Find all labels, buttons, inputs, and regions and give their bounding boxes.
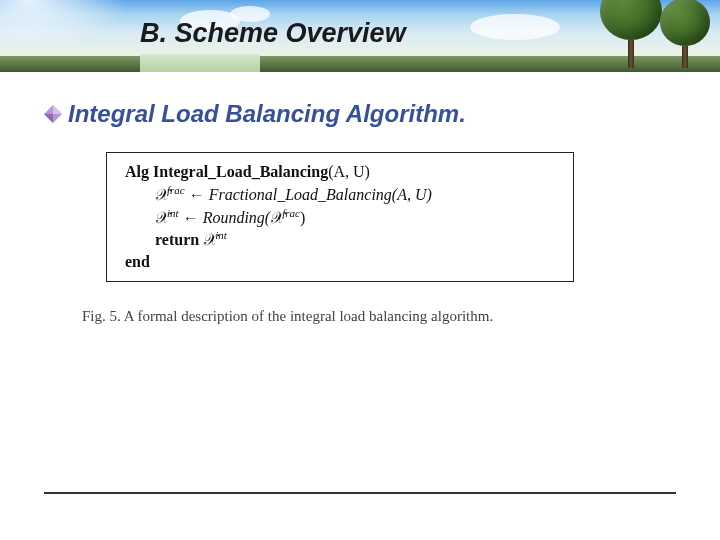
algo-call-close: ): [300, 209, 305, 226]
algo-header-args: (A, U): [328, 163, 370, 180]
algo-superscript: frac: [282, 207, 300, 219]
algo-var: 𝒳: [155, 186, 167, 203]
algo-call-fn: Rounding(: [203, 209, 271, 226]
algo-header-name: Alg Integral_Load_Balancing: [125, 163, 328, 180]
grass-decoration: [0, 56, 140, 72]
algo-arrow: ←: [179, 209, 203, 226]
algo-superscript: int: [167, 207, 179, 219]
algo-line: Alg Integral_Load_Balancing(A, U): [115, 161, 565, 183]
algo-call: Fractional_Load_Balancing(A, U): [209, 186, 432, 203]
tree-decoration: [660, 0, 710, 68]
banner-path: [140, 54, 260, 72]
algorithm-box: Alg Integral_Load_Balancing(A, U) 𝒳frac …: [106, 152, 574, 282]
algo-return-kw: return: [155, 232, 203, 249]
svg-marker-1: [53, 105, 62, 114]
algo-superscript: frac: [167, 184, 185, 196]
subheading-row: Integral Load Balancing Algorithm.: [44, 100, 676, 128]
algo-var: 𝒳: [270, 209, 282, 226]
slide-title: B. Scheme Overview: [140, 18, 406, 49]
figure-block: Alg Integral_Load_Balancing(A, U) 𝒳frac …: [106, 152, 676, 325]
algo-end: end: [115, 251, 565, 273]
slide-body: Integral Load Balancing Algorithm. Alg I…: [0, 72, 720, 325]
algo-var: 𝒳: [155, 209, 167, 226]
algo-line: 𝒳frac ← Fractional_Load_Balancing(A, U): [115, 183, 565, 206]
algo-superscript: int: [215, 229, 227, 241]
algo-line: return 𝒳int: [115, 228, 565, 251]
svg-marker-2: [44, 114, 53, 123]
figure-caption: Fig. 5. A formal description of the inte…: [82, 308, 676, 325]
algo-var: 𝒳: [203, 232, 215, 249]
slide-banner: B. Scheme Overview: [0, 0, 720, 72]
cloud-decoration: [470, 14, 560, 40]
bullet-diamond-icon: [44, 105, 62, 123]
footer-divider: [44, 492, 676, 494]
tree-decoration: [600, 0, 662, 68]
algo-line: 𝒳int ← Rounding(𝒳frac): [115, 206, 565, 229]
algo-arrow: ←: [185, 186, 209, 203]
subheading-text: Integral Load Balancing Algorithm.: [68, 100, 466, 128]
